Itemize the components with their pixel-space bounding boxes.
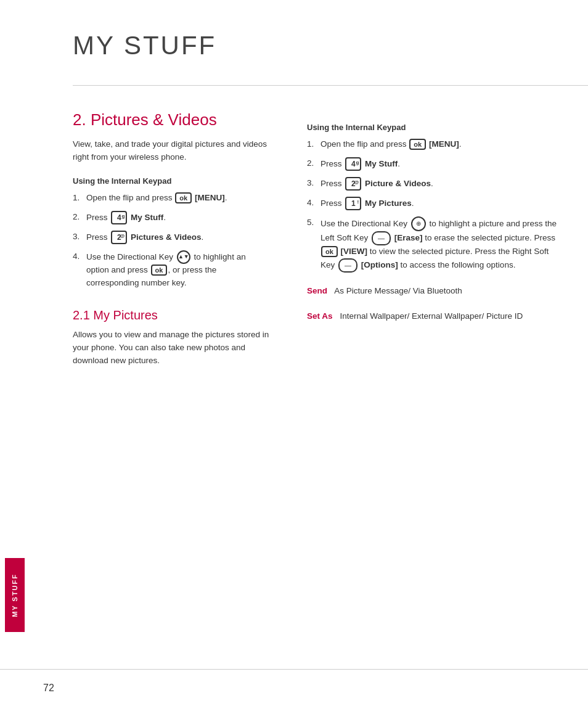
step-bold: Picture & Videos (365, 178, 431, 187)
step-num: 3. (73, 231, 86, 244)
option-desc-send: As Picture Message/ Via Bluetooth (330, 286, 462, 295)
keypad-label-left: Using the Internal Keypad (73, 176, 270, 186)
step-num: 1. (307, 138, 321, 151)
step-num: 4. (307, 197, 321, 210)
list-item: 1. Open the flip and press ok [MENU]. (307, 138, 557, 151)
step-num: 4. (73, 250, 86, 263)
step-bold: [MENU] (429, 139, 459, 149)
intro-text: View, take, and trade your digital pictu… (73, 138, 270, 164)
step-bold: [Erase] (394, 233, 423, 242)
option-send: Send As Picture Message/ Via Bluetooth (307, 285, 557, 298)
section-heading-pictures-videos: 2. Pictures & Videos (73, 110, 270, 129)
list-item: 3. Press @2 Picture & Videos. (307, 177, 557, 191)
key-4: g4 (111, 211, 127, 224)
list-item: 1. Open the flip and press ok [MENU]. (73, 192, 270, 205)
subsection-heading-my-pictures: 2.1 My Pictures (73, 308, 270, 322)
key-2: @2 (111, 231, 127, 244)
page-title: MY STUFF (30, 31, 588, 60)
step-bold: Pictures & Videos (131, 232, 202, 242)
sidebar-label: MY STUFF (11, 573, 18, 617)
dir-key: ⊕ (411, 216, 426, 231)
ok-key: ok (151, 265, 168, 276)
list-item: 2. Press g4 My Stuff. (73, 211, 270, 224)
step-content: Use the Directional Key ▲▼ to highlight … (86, 250, 270, 290)
step-bold: [Options] (361, 260, 398, 269)
title-divider (73, 85, 588, 86)
key-1: !1 (345, 197, 361, 210)
list-item: 5. Use the Directional Key ⊕ to highligh… (307, 216, 557, 273)
ok-key: ok (175, 192, 192, 203)
option-label-setas: Set As (307, 311, 333, 321)
footer: 72 (0, 669, 588, 706)
step-content: Press @2 Picture & Videos. (321, 177, 557, 191)
list-item: 3. Press @2 Pictures & Videos. (73, 231, 270, 244)
sidebar-tab: MY STUFF (5, 558, 25, 632)
main-content: MY STUFF 2. Pictures & Videos View, take… (30, 0, 588, 706)
step-num: 2. (307, 157, 321, 170)
keypad-label-right: Using the Internal Keypad (307, 123, 557, 132)
key-2: @2 (345, 177, 361, 191)
step-bold: My Pictures (365, 198, 412, 207)
two-col-layout: 2. Pictures & Videos View, take, and tra… (30, 110, 588, 681)
step-content: Press @2 Pictures & Videos. (86, 231, 270, 244)
list-item: 2. Press g4 My Stuff. (307, 157, 557, 171)
subsection-text: Allows you to view and manage the pictur… (73, 329, 270, 367)
key-4: g4 (345, 157, 361, 171)
step-num: 3. (307, 177, 321, 190)
step-num: 2. (73, 211, 86, 224)
step-bold: My Stuff (131, 213, 163, 222)
step-content: Open the flip and press ok [MENU]. (86, 192, 270, 205)
step-content: Press g4 My Stuff. (321, 157, 557, 171)
step-content: Press g4 My Stuff. (86, 211, 270, 224)
option-desc-setas: Internal Wallpaper/ External Wallpaper/ … (335, 311, 523, 321)
step-num: 1. (73, 192, 86, 205)
soft-key-right: — (338, 258, 357, 273)
step-bold: [VIEW] (341, 247, 368, 256)
step-bold: [MENU] (195, 193, 225, 202)
list-item: 4. Press !1 My Pictures. (307, 197, 557, 210)
list-item: 4. Use the Directional Key ▲▼ to highlig… (73, 250, 270, 290)
dir-key: ▲▼ (177, 250, 190, 264)
page-number: 72 (43, 683, 54, 694)
step-content: Press !1 My Pictures. (321, 197, 557, 210)
sidebar: MY STUFF (0, 0, 30, 706)
option-setas: Set As Internal Wallpaper/ External Wall… (307, 310, 557, 323)
step-content: Use the Directional Key ⊕ to highlight a… (321, 216, 557, 273)
soft-key-left: — (372, 231, 391, 245)
ok-key: ok (409, 139, 426, 150)
step-content: Open the flip and press ok [MENU]. (321, 138, 557, 151)
ok-key: ok (321, 246, 338, 257)
step-num: 5. (307, 216, 321, 229)
option-label-send: Send (307, 286, 327, 295)
right-column: Using the Internal Keypad 1. Open the fl… (288, 110, 588, 681)
left-column: 2. Pictures & Videos View, take, and tra… (30, 110, 288, 681)
step-bold: My Stuff (365, 158, 398, 168)
